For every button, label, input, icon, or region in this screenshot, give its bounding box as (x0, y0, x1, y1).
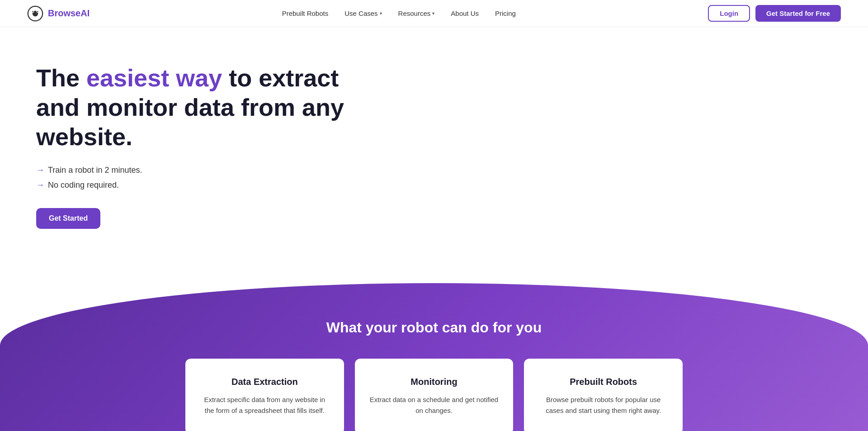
get-started-hero-button[interactable]: Get Started (36, 208, 100, 229)
arrow-icon-2: → (36, 180, 44, 190)
cards-grid: Data Extraction Extract specific data fr… (185, 359, 683, 431)
nav-item-prebuilt-robots[interactable]: Prebuilt Robots (282, 9, 329, 17)
card-prebuilt-robots: Prebuilt Robots Browse prebuilt robots f… (524, 359, 683, 431)
nav-item-use-cases[interactable]: Use Cases ▾ (344, 9, 382, 17)
features-section: What your robot can do for you Data Extr… (0, 256, 868, 431)
card-desc-prebuilt-robots: Browse prebuilt robots for popular use c… (538, 394, 668, 416)
chevron-down-icon: ▾ (432, 11, 434, 16)
nav-item-about-us[interactable]: About Us (451, 9, 479, 17)
card-title-prebuilt-robots: Prebuilt Robots (538, 377, 668, 387)
features-title: What your robot can do for you (36, 319, 832, 336)
features-background: What your robot can do for you Data Extr… (0, 283, 868, 431)
arrow-icon-1: → (36, 166, 44, 175)
navbar: BrowseAI Prebuilt Robots Use Cases ▾ Res… (0, 0, 868, 27)
logo-text: BrowseAI (48, 8, 90, 19)
nav-link-pricing[interactable]: Pricing (495, 9, 516, 17)
get-started-nav-button[interactable]: Get Started for Free (755, 5, 841, 22)
nav-actions: Login Get Started for Free (708, 5, 841, 22)
nav-link-about-us[interactable]: About Us (451, 9, 479, 17)
nav-links: Prebuilt Robots Use Cases ▾ Resources ▾ … (282, 9, 516, 17)
card-desc-monitoring: Extract data on a schedule and get notif… (369, 394, 499, 416)
nav-item-pricing[interactable]: Pricing (495, 9, 516, 17)
hero-title: The easiest way to extract and monitor d… (36, 63, 353, 151)
logo-icon (27, 5, 43, 22)
hero-bullets: → Train a robot in 2 minutes. → No codin… (36, 166, 832, 190)
nav-link-resources[interactable]: Resources ▾ (398, 9, 435, 17)
nav-link-use-cases[interactable]: Use Cases ▾ (344, 9, 382, 17)
card-desc-data-extraction: Extract specific data from any website i… (200, 394, 330, 416)
card-title-data-extraction: Data Extraction (200, 377, 330, 387)
card-data-extraction: Data Extraction Extract specific data fr… (185, 359, 344, 431)
svg-point-5 (37, 11, 38, 12)
hero-section: The easiest way to extract and monitor d… (0, 27, 868, 229)
nav-link-prebuilt-robots[interactable]: Prebuilt Robots (282, 9, 329, 17)
svg-point-4 (32, 11, 33, 12)
hero-bullet-2: → No coding required. (36, 180, 832, 190)
card-title-monitoring: Monitoring (369, 377, 499, 387)
card-monitoring: Monitoring Extract data on a schedule an… (355, 359, 514, 431)
logo[interactable]: BrowseAI (27, 5, 90, 22)
nav-item-resources[interactable]: Resources ▾ (398, 9, 435, 17)
login-button[interactable]: Login (708, 5, 750, 22)
hero-bullet-1: → Train a robot in 2 minutes. (36, 166, 832, 175)
chevron-down-icon: ▾ (380, 11, 382, 16)
